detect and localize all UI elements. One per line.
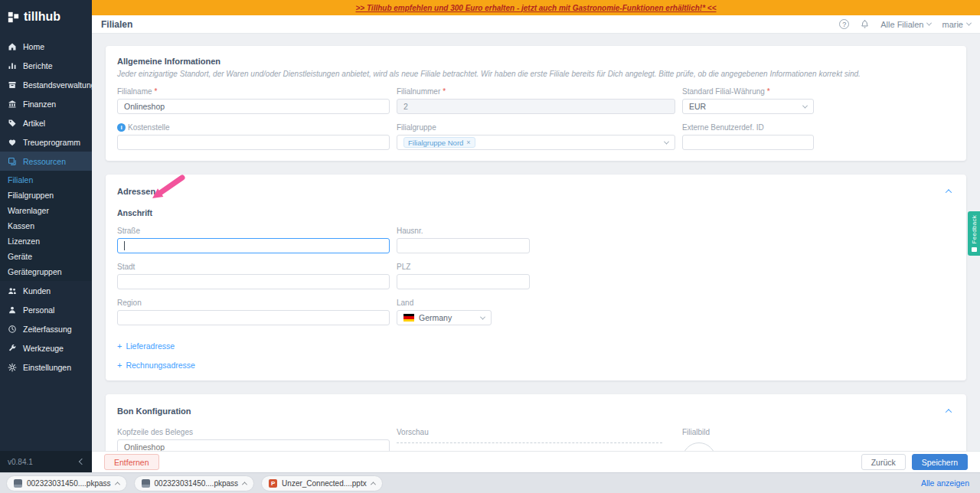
required-mark: * (767, 87, 770, 96)
show-all-downloads-link[interactable]: Alle anzeigen (921, 478, 974, 488)
sidebar-item-label: Personal (23, 305, 54, 315)
sidebar-item-lizenzen[interactable]: Lizenzen (0, 233, 92, 249)
sidebar-item-warenlager[interactable]: Warenlager (0, 203, 92, 218)
external-id-input[interactable] (682, 135, 814, 150)
content-area: Allgemeine Informationen Jeder einzigart… (92, 34, 980, 451)
field-filialbild: Filialbild (682, 428, 814, 451)
feedback-tab[interactable]: Feedback (968, 211, 980, 256)
download-caret-icon[interactable] (371, 482, 376, 487)
field-land: Land Germany (397, 299, 675, 325)
strasse-label: Straße (117, 227, 140, 235)
field-currency: Standard Filial-Währung* EUR (682, 87, 814, 114)
tillhub-logo[interactable]: tillhub (0, 0, 92, 34)
save-button[interactable]: Speichern (912, 454, 968, 470)
sidebar-collapse-icon[interactable] (79, 459, 85, 465)
sidebar-submenu-ressourcen: Filialen Filialgruppen Warenlager Kassen… (0, 171, 92, 281)
kostenstelle-label: Kostenstelle (128, 123, 169, 132)
sidebar-item-personal[interactable]: Personal (0, 300, 92, 319)
collapse-addresses-button[interactable] (942, 185, 955, 198)
home-icon (8, 41, 18, 51)
plz-label: PLZ (397, 263, 410, 271)
sidebar-item-treueprogramm[interactable]: Treueprogramm (0, 132, 92, 152)
country-value: Germany (419, 313, 452, 322)
filialname-input[interactable] (117, 99, 390, 114)
sidebar-item-werkzeuge[interactable]: Werkzeuge (0, 338, 92, 358)
heart-icon (8, 137, 18, 147)
stadt-label: Stadt (117, 263, 135, 271)
download-caret-icon[interactable] (242, 482, 247, 487)
section-title-general: Allgemeine Informationen (117, 57, 220, 66)
sidebar-footer: v0.84.1 (0, 451, 92, 472)
download-caret-icon[interactable] (115, 482, 120, 487)
remove-button[interactable]: Entfernen (104, 454, 159, 470)
field-external-id: Externe Benutzerdef. ID (682, 123, 814, 150)
users-icon (8, 286, 18, 295)
download-item-pptx[interactable]: P Unzer_Connected....pptx (261, 475, 383, 491)
field-filialnummer: Filialnummer* (397, 87, 675, 114)
store-filter-dropdown[interactable]: Alle Filialen (880, 20, 931, 29)
receipt-header-input[interactable] (117, 439, 390, 451)
stadt-input[interactable] (117, 274, 390, 289)
region-input[interactable] (117, 310, 390, 325)
download-item-pkpass-2[interactable]: 002323031450....pkpass (134, 475, 255, 491)
chevron-down-icon (664, 139, 669, 144)
promo-banner[interactable]: >> Tillhub empfehlen und 300 Euro erhalt… (92, 0, 980, 15)
plus-icon: + (117, 361, 122, 370)
sidebar-item-kunden[interactable]: Kunden (0, 281, 92, 300)
tag-icon (8, 118, 18, 128)
feedback-label: Feedback (971, 215, 978, 244)
filialgruppe-tag: Filialgruppe Nord × (403, 137, 475, 148)
sidebar-item-einstellungen[interactable]: Einstellungen (0, 358, 92, 377)
chevron-down-icon (480, 314, 485, 319)
sidebar-item-geraetegruppen[interactable]: Gerätegruppen (0, 264, 92, 279)
sidebar-item-kassen[interactable]: Kassen (0, 218, 92, 233)
store-image-upload[interactable] (682, 442, 716, 451)
receipt-preview-box (397, 442, 662, 443)
download-shelf: 002323031450....pkpass 002323031450....p… (0, 472, 980, 493)
sidebar-item-bestandsverwaltung[interactable]: Bestandsverwaltung (0, 75, 92, 94)
country-select[interactable]: Germany (397, 310, 492, 325)
sidebar-item-geraete[interactable]: Geräte (0, 249, 92, 264)
info-icon[interactable]: i (117, 123, 126, 132)
sidebar-item-zeiterfassung[interactable]: Zeiterfassung (0, 319, 92, 338)
clock-icon (8, 324, 18, 334)
sidebar-item-ressourcen[interactable]: Ressourcen (0, 152, 92, 171)
sidebar-item-label: Kunden (23, 286, 51, 295)
app-shell: tillhub Home Berichte Bestandsverwaltung… (0, 0, 980, 472)
plz-input[interactable] (397, 274, 530, 289)
filialgruppe-select[interactable]: Filialgruppe Nord × (397, 135, 675, 150)
topbar: Filialen ? Alle Filialen marie (92, 15, 980, 34)
inventory-icon (8, 80, 18, 90)
currency-select[interactable]: EUR (682, 99, 814, 114)
sidebar-item-label: Berichte (23, 61, 53, 70)
section-title-receipt: Bon Konfiguration (117, 406, 191, 416)
tag-close-icon[interactable]: × (466, 139, 470, 146)
sidebar-item-home[interactable]: Home (0, 37, 92, 56)
billing-link-label: Rechnungsadresse (126, 361, 194, 370)
text-cursor (124, 241, 125, 250)
back-button[interactable]: Zurück (861, 454, 906, 470)
sidebar-item-label: Treueprogramm (23, 138, 80, 147)
hausnr-input[interactable] (397, 238, 530, 253)
add-delivery-address-link[interactable]: + Lieferadresse (117, 341, 955, 351)
user-menu[interactable]: marie (942, 20, 971, 29)
sidebar-item-finanzen[interactable]: Finanzen (0, 94, 92, 113)
hausnr-label: Hausnr. (397, 227, 423, 235)
notifications-bell-icon[interactable] (860, 19, 870, 29)
add-billing-address-link[interactable]: + Rechnungsadresse (117, 361, 955, 370)
kostenstelle-input[interactable] (117, 135, 390, 150)
collapse-receipt-button[interactable] (942, 405, 955, 417)
sidebar-item-filialen[interactable]: Filialen (0, 172, 92, 188)
sidebar-item-berichte[interactable]: Berichte (0, 56, 92, 75)
general-info-card: Allgemeine Informationen Jeder einzigart… (106, 46, 966, 161)
strasse-input[interactable] (117, 238, 390, 253)
download-item-pkpass-1[interactable]: 002323031450....pkpass (6, 475, 127, 491)
field-kostenstelle: i Kostenstelle (117, 123, 390, 150)
help-icon[interactable]: ? (839, 19, 849, 29)
field-hausnr: Hausnr. (397, 227, 675, 253)
sidebar-item-artikel[interactable]: Artikel (0, 113, 92, 132)
sidebar-item-filialgruppen[interactable]: Filialgruppen (0, 188, 92, 203)
chevron-down-icon (966, 21, 972, 26)
store-filter-label: Alle Filialen (880, 20, 923, 29)
pkpass-file-icon (142, 479, 150, 488)
